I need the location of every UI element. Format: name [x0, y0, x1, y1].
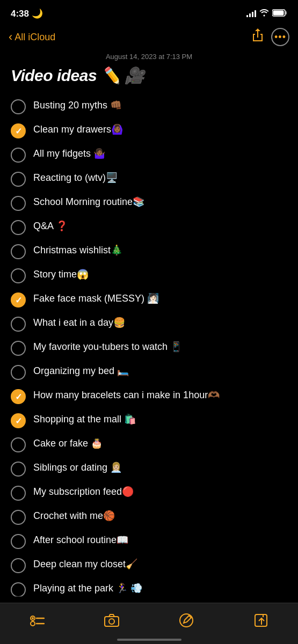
checklist-button[interactable]: [26, 610, 48, 631]
list-item: My favorite you-tubers to watch 📱: [11, 336, 287, 360]
checkbox[interactable]: [11, 558, 26, 573]
camera-button[interactable]: [101, 610, 122, 631]
list-item: Story time😱: [11, 264, 287, 288]
list-item: Cake or fake 🎂: [11, 433, 287, 457]
bar2: [249, 13, 251, 17]
item-text: Story time😱: [33, 268, 287, 281]
status-icons: [246, 9, 287, 18]
nav-bar: ‹ All iCloud •••: [0, 24, 298, 50]
list-item: Siblings or dating 👩🏼‍💼: [11, 457, 287, 481]
item-text: School Morning routine📚: [33, 195, 287, 209]
note-content: August 14, 2023 at 7:13 PM Video ideas ✏…: [0, 53, 298, 602]
checkbox[interactable]: [11, 172, 26, 187]
bar1: [246, 15, 248, 17]
list-item: Q&A ❓: [11, 215, 287, 239]
checkbox[interactable]: [11, 99, 26, 114]
list-item: Clean my drawers🙆🏾‍♀️: [11, 119, 287, 143]
checkbox[interactable]: [11, 534, 26, 549]
list-item: Reacting to (wtv)🖥️: [11, 167, 287, 191]
list-item: Fake face mask (MESSY) 🧖🏻‍♀️: [11, 288, 287, 312]
item-text: What i eat in a day🍔: [33, 316, 287, 330]
status-bar: 4:38 🌙: [0, 0, 298, 24]
item-text: Busting 20 myths 👊🏾: [33, 99, 287, 112]
item-text: My subscription feed🔴: [33, 485, 287, 499]
checkbox[interactable]: [11, 268, 26, 283]
share-button[interactable]: [252, 28, 264, 46]
battery-icon: [272, 9, 287, 18]
item-text: Shopping at the mall 🛍️: [33, 413, 287, 426]
item-text: Organizing my bed 🛏️: [33, 364, 287, 378]
svg-rect-1: [286, 11, 287, 14]
checkbox[interactable]: [11, 510, 26, 525]
bottom-toolbar: [0, 603, 298, 644]
checkbox[interactable]: [11, 244, 26, 259]
list-item: School Morning routine📚: [11, 191, 287, 215]
time-display: 4:38: [11, 9, 29, 19]
checkbox[interactable]: [11, 148, 26, 163]
nav-actions: •••: [252, 28, 289, 46]
checkbox[interactable]: [11, 582, 26, 597]
checklist: Busting 20 myths 👊🏾Clean my drawers🙆🏾‍♀️…: [11, 94, 287, 602]
list-item: Crochet with me🏀: [11, 505, 287, 529]
checkbox[interactable]: [11, 389, 26, 404]
more-icon: •••: [274, 32, 286, 42]
checkbox[interactable]: [11, 196, 26, 211]
back-label: All iCloud: [14, 32, 55, 43]
item-text: Playing at the park 🏃‍♀️ 💨: [33, 582, 287, 595]
list-item: My subscription feed🔴: [11, 481, 287, 505]
checkbox[interactable]: [11, 220, 26, 235]
item-text: Deep clean my closet🧹: [33, 558, 287, 571]
status-time: 4:38 🌙: [11, 8, 43, 19]
svg-rect-8: [105, 617, 119, 626]
checkbox[interactable]: [11, 292, 26, 308]
svg-point-6: [31, 621, 35, 626]
checkbox[interactable]: [11, 413, 26, 428]
list-item: Shopping at the mall 🛍️: [11, 408, 287, 433]
chevron-left-icon: ‹: [9, 31, 12, 43]
item-text: Q&A ❓: [33, 219, 287, 233]
moon-icon: 🌙: [32, 9, 43, 19]
checkbox[interactable]: [11, 123, 26, 138]
item-text: Siblings or dating 👩🏼‍💼: [33, 461, 287, 474]
note-title: Video ideas ✏️ 🎥: [11, 66, 287, 85]
pen-button[interactable]: [176, 610, 197, 631]
svg-rect-2: [273, 10, 284, 15]
bar4: [255, 10, 256, 17]
edit-button[interactable]: [250, 610, 272, 631]
item-text: My favorite you-tubers to watch 📱: [33, 340, 287, 354]
item-text: Crochet with me🏀: [33, 509, 287, 523]
item-text: Clean my drawers🙆🏾‍♀️: [33, 123, 287, 136]
list-item: Organizing my bed 🛏️: [11, 360, 287, 384]
back-button[interactable]: ‹ All iCloud: [9, 31, 55, 43]
svg-point-9: [109, 619, 114, 624]
checkbox[interactable]: [11, 341, 26, 356]
list-item: After school routine📖: [11, 529, 287, 553]
wifi-icon: [259, 9, 269, 18]
list-item: Christmas wishlist🎄: [11, 239, 287, 264]
home-indicator: [117, 639, 181, 641]
list-item: Busting 20 myths 👊🏾: [11, 94, 287, 119]
checkbox[interactable]: [11, 365, 26, 380]
item-text: Cake or fake 🎂: [33, 437, 287, 450]
item-text: All my fidgets 🤷🏾‍♀️: [33, 147, 287, 160]
list-item: All my fidgets 🤷🏾‍♀️: [11, 143, 287, 167]
checkbox[interactable]: [11, 437, 26, 452]
svg-point-10: [180, 614, 193, 627]
checkbox[interactable]: [11, 462, 26, 477]
item-text: Christmas wishlist🎄: [33, 244, 287, 257]
more-button[interactable]: •••: [271, 28, 289, 46]
bar3: [252, 12, 253, 17]
item-text: After school routine📖: [33, 533, 287, 547]
item-text: Reacting to (wtv)🖥️: [33, 171, 287, 185]
timestamp: August 14, 2023 at 7:13 PM: [11, 53, 287, 61]
list-item: Playing at the park 🏃‍♀️ 💨: [11, 577, 287, 602]
checkbox[interactable]: [11, 486, 26, 501]
svg-point-4: [32, 617, 34, 619]
checkbox[interactable]: [11, 317, 26, 332]
item-text: How many bracelets can i make in 1hour🫶🏾: [33, 389, 287, 402]
list-item: Deep clean my closet🧹: [11, 553, 287, 577]
list-item: How many bracelets can i make in 1hour🫶🏾: [11, 384, 287, 408]
list-item: What i eat in a day🍔: [11, 312, 287, 336]
signal-bars-icon: [246, 10, 256, 17]
item-text: Fake face mask (MESSY) 🧖🏻‍♀️: [33, 292, 287, 305]
